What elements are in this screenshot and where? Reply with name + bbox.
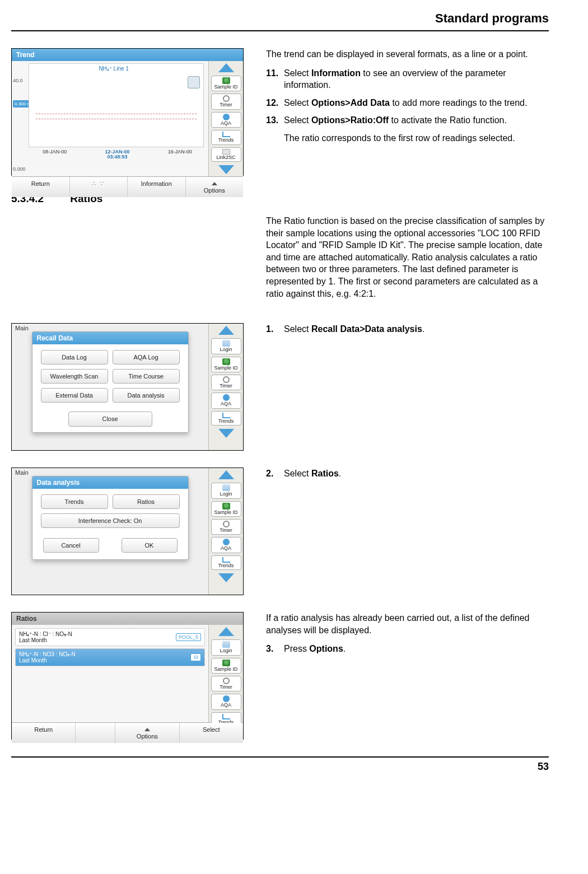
step-11: 11. Select Information to see an overvie… [266, 67, 549, 91]
options-button[interactable]: Options [186, 177, 244, 197]
scroll-up-icon[interactable] [218, 326, 234, 335]
ratio-row-0[interactable]: NH₄⁺-N : Cl⁻ : NO₃-NLast Month POOL_5 [15, 628, 205, 646]
rail-sample-id[interactable]: Sample ID [211, 658, 241, 674]
wavelength-scan-button[interactable]: Wavelength Scan [41, 369, 108, 384]
rail-timer[interactable]: Timer [211, 676, 241, 691]
main-frame-label: Main [15, 325, 29, 331]
step-2: 2. Select Ratios. [266, 468, 549, 480]
scroll-up-icon[interactable] [218, 627, 234, 636]
rail-login[interactable]: Login [211, 483, 241, 498]
step-11-num: 11. [266, 67, 284, 91]
step-13: 13. Select Options>Ratio:Off to activate… [266, 114, 549, 127]
select-button[interactable]: Select [180, 723, 243, 743]
trends-button[interactable]: Trends [41, 494, 108, 509]
rail-timer[interactable]: Timer [211, 94, 241, 109]
rail-trends[interactable]: Trends [211, 130, 241, 144]
rail-sample-id[interactable]: Sample ID [211, 501, 241, 517]
page-footer: 53 [11, 756, 549, 773]
chart-series-label: NH₄⁺ Line 1 [99, 66, 128, 72]
timer-icon [223, 376, 230, 383]
aqa-icon [223, 114, 230, 120]
step-3-num: 3. [266, 643, 284, 655]
step-12-bold: Options>Add Data [311, 98, 390, 108]
step-3-bold: Options [309, 644, 343, 653]
scroll-up-icon[interactable] [218, 470, 234, 479]
return-label: Return [34, 726, 53, 733]
device-ratios-list: Ratios NH₄⁺-N : Cl⁻ : NO₃-NLast Month PO… [11, 612, 244, 740]
rail-aqa-label: AQA [221, 121, 231, 126]
rail-login[interactable]: Login [211, 639, 241, 655]
side-rail: Sample ID Timer AQA Trends Link2SC [208, 61, 243, 176]
ratios-intro: The Ratio function is based on the preci… [266, 215, 549, 300]
external-data-button[interactable]: External Data [41, 388, 108, 403]
rail-trends[interactable]: Trends [211, 555, 241, 570]
interference-label: Interference Check: On [78, 517, 142, 524]
step-12-pre: Select [284, 98, 311, 108]
rail-timer[interactable]: Timer [211, 519, 241, 535]
step-12-num: 12. [266, 97, 284, 109]
time-course-button[interactable]: Time Course [113, 369, 180, 384]
aqa-icon [223, 394, 230, 401]
rail-trends[interactable]: Trends [211, 411, 241, 426]
sample-id-icon [222, 77, 230, 84]
trend-intro-text: The trend can be displayed in several fo… [266, 48, 549, 60]
trends-icon [222, 413, 230, 418]
return-button[interactable]: Return [12, 723, 76, 743]
information-button[interactable]: Information [128, 177, 186, 197]
rail-timer[interactable]: Timer [211, 375, 241, 390]
timer-icon [223, 677, 230, 684]
rail-trends-label: Trends [218, 563, 234, 568]
ratios-label: Ratios [137, 498, 155, 505]
cancel-label: Cancel [61, 542, 80, 549]
ratio-row-0-title: NH₄⁺-N : Cl⁻ : NO₃-N [19, 631, 72, 637]
rail-sample-id-label: Sample ID [214, 510, 237, 515]
aqa-log-button[interactable]: AQA Log [113, 350, 180, 364]
rail-sample-id-label: Sample ID [214, 366, 237, 371]
data-log-button[interactable]: Data Log [41, 350, 108, 364]
timer-icon [223, 95, 230, 102]
ratio-row-1-subtitle: Last Month [19, 657, 76, 663]
chart-settings-icon[interactable] [188, 76, 200, 88]
data-analysis-button[interactable]: Data analysis [113, 388, 180, 403]
x-tick-1: 12-JAN-00 03:48:53 [95, 149, 140, 160]
login-icon [222, 484, 230, 491]
interference-check-button[interactable]: Interference Check: On [41, 513, 180, 528]
return-button[interactable]: Return [12, 177, 70, 197]
close-button[interactable]: Close [68, 412, 152, 426]
wavelength-scan-label: Wavelength Scan [50, 373, 99, 380]
rail-sample-id[interactable]: Sample ID [211, 357, 241, 372]
step-2-bold: Ratios [311, 469, 339, 478]
ok-button[interactable]: OK [122, 538, 178, 553]
rail-aqa[interactable]: AQA [211, 537, 241, 553]
scroll-down-icon[interactable] [218, 573, 234, 582]
step3-intro: If a ratio analysis has already been car… [266, 612, 549, 636]
data-analysis-label: Data analysis [127, 392, 164, 399]
rail-aqa[interactable]: AQA [211, 392, 241, 408]
scroll-up-icon[interactable] [218, 63, 234, 72]
options-button[interactable]: Options [115, 723, 179, 743]
spacer-button [76, 723, 115, 743]
login-icon [222, 340, 230, 347]
rail-aqa[interactable]: AQA [211, 694, 241, 709]
rail-login[interactable]: Login [211, 338, 241, 354]
ratio-row-1[interactable]: NH₄⁺-N : NO3 : NO₃-NLast Month SI [15, 648, 205, 666]
scroll-down-icon[interactable] [218, 429, 234, 438]
information-label: Information [141, 180, 172, 187]
rail-link2sc[interactable]: Link2SC [211, 147, 241, 162]
recall-modal-title: Recall Data [32, 332, 188, 344]
step-13-num: 13. [266, 114, 284, 127]
cursor-toggle-button[interactable]: ∴ ∵ [70, 177, 128, 197]
chart-line-2 [36, 119, 196, 119]
options-up-icon [144, 728, 150, 731]
trend-chart: NH₄⁺ Line 1 [29, 63, 204, 147]
scroll-down-icon[interactable] [218, 165, 234, 174]
rail-aqa[interactable]: AQA [211, 112, 241, 128]
options-label: Options [204, 187, 225, 194]
cancel-button[interactable]: Cancel [43, 538, 99, 553]
ok-label: OK [145, 542, 154, 549]
ratios-button[interactable]: Ratios [113, 494, 180, 509]
rail-login-label: Login [220, 648, 232, 653]
rail-trends-label: Trends [218, 138, 234, 143]
rail-login-label: Login [220, 492, 232, 497]
rail-sample-id[interactable]: Sample ID [211, 76, 241, 91]
